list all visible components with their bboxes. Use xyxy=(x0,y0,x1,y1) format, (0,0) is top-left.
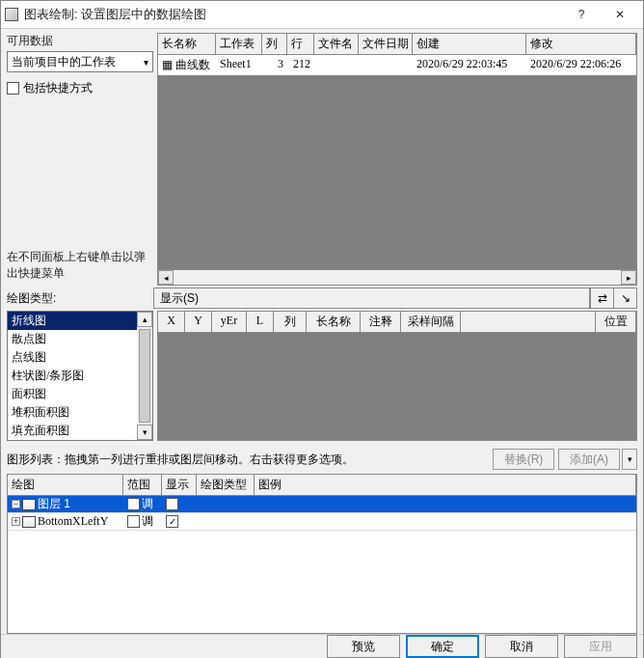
col-modified[interactable]: 修改 xyxy=(526,34,636,54)
layer-row[interactable]: + BottomXLeftY 调 ✓ xyxy=(8,513,636,531)
list-item[interactable]: 散点图 xyxy=(8,330,152,348)
scroll-left-icon[interactable]: ◂ xyxy=(158,270,174,285)
app-icon xyxy=(5,8,18,21)
range-checkbox[interactable] xyxy=(127,498,140,510)
worksheet-select-value: 当前项目中的工作表 xyxy=(12,54,116,70)
range-checkbox[interactable] xyxy=(127,515,140,528)
available-data-label: 可用数据 xyxy=(7,33,153,49)
replace-button: 替换(R) xyxy=(493,449,554,470)
layer-icon xyxy=(22,516,36,528)
col-longname[interactable]: 长名称 xyxy=(158,34,216,54)
col-show[interactable]: 显示 xyxy=(162,475,197,495)
scroll-down-icon[interactable]: ▾ xyxy=(137,425,152,440)
chevron-down-icon: ▾ xyxy=(144,57,148,68)
col-x[interactable]: X xyxy=(158,312,185,332)
row-icon: ▦ xyxy=(162,58,173,71)
graph-list-tip: 图形列表：拖拽第一列进行重排或图层间移动。右击获得更多选项。 xyxy=(7,452,489,468)
collapse-icon[interactable]: − xyxy=(12,500,20,508)
worksheet-select[interactable]: 当前项目中的工作表 ▾ xyxy=(7,51,153,72)
close-button[interactable]: ✕ xyxy=(601,1,639,28)
list-item[interactable]: 柱状图/条形图 xyxy=(8,367,152,385)
rightclick-tip: 在不同面板上右键单击以弹 出快捷菜单 xyxy=(7,249,149,286)
plottype-label: 绘图类型: xyxy=(7,290,56,307)
dialog-window: 图表绘制: 设置图层中的数据绘图 ? ✕ 可用数据 当前项目中的工作表 ▾ 包括… xyxy=(0,0,644,658)
col-sheet[interactable]: 工作表 xyxy=(216,34,262,54)
plot-type-list[interactable]: 折线图 散点图 点线图 柱状图/条形图 面积图 堆积面积图 填充面积图 ▴ ▾ xyxy=(7,311,153,441)
col-plottype[interactable]: 绘图类型 xyxy=(197,475,255,495)
col-yer[interactable]: yEr xyxy=(212,312,247,332)
col-y[interactable]: Y xyxy=(185,312,212,332)
scroll-right-icon[interactable]: ▸ xyxy=(621,270,636,285)
layer-grid[interactable]: 绘图 范围 显示 绘图类型 图例 − 图层 1 调 ✓ + xyxy=(7,474,637,634)
col-note[interactable]: 注释 xyxy=(361,312,401,332)
add-button: 添加(A) xyxy=(558,449,620,470)
show-checkbox[interactable]: ✓ xyxy=(166,515,178,528)
cancel-button[interactable]: 取消 xyxy=(485,635,558,658)
titlebar: 图表绘制: 设置图层中的数据绘图 ? ✕ xyxy=(1,1,643,29)
scroll-up-icon[interactable]: ▴ xyxy=(137,312,152,327)
col-filedate[interactable]: 文件日期 xyxy=(359,34,413,54)
col-col2[interactable]: 列 xyxy=(274,312,307,332)
table-row[interactable]: ▦ 曲线数 Sheet1 3 212 2020/6/29 22:03:45 20… xyxy=(158,55,636,75)
checkbox-icon xyxy=(7,82,19,95)
expand-icon[interactable]: ↘ xyxy=(613,288,636,308)
v-scrollbar[interactable]: ▴ ▾ xyxy=(137,312,152,440)
include-shortcut-checkbox[interactable]: 包括快捷方式 xyxy=(7,80,153,96)
layer-icon xyxy=(22,499,36,510)
list-item[interactable]: 面积图 xyxy=(8,385,152,403)
expand-icon[interactable]: + xyxy=(12,517,20,526)
layer-row[interactable]: − 图层 1 调 ✓ xyxy=(8,496,636,513)
list-item[interactable]: 填充面积图 xyxy=(8,422,152,440)
list-item[interactable]: 堆积面积图 xyxy=(8,403,152,422)
list-item[interactable]: 点线图 xyxy=(8,348,152,367)
col-legend[interactable]: 图例 xyxy=(255,475,636,495)
list-item[interactable]: 折线图 xyxy=(8,312,152,330)
ok-button[interactable]: 确定 xyxy=(406,635,479,658)
col-l[interactable]: L xyxy=(247,312,274,332)
col-sample[interactable]: 采样间隔 xyxy=(401,312,461,332)
help-button[interactable]: ? xyxy=(562,1,601,28)
col-created[interactable]: 创建 xyxy=(413,34,526,54)
col-col[interactable]: 列 xyxy=(262,34,287,54)
show-button[interactable]: 显示(S) xyxy=(154,288,590,308)
apply-button: 应用 xyxy=(564,635,637,658)
col-plot[interactable]: 绘图 xyxy=(8,475,123,495)
column-grid[interactable]: X Y yEr L 列 长名称 注释 采样间隔 位置 xyxy=(157,311,637,441)
preview-button[interactable]: 预览 xyxy=(327,635,400,658)
col-range[interactable]: 范围 xyxy=(123,475,162,495)
add-dropdown-icon[interactable]: ▾ xyxy=(622,449,637,470)
col-pos[interactable]: 位置 xyxy=(596,312,636,332)
col-filename[interactable]: 文件名 xyxy=(314,34,359,54)
data-table[interactable]: 长名称 工作表 列 行 文件名 文件日期 创建 修改 ▦ 曲线数 Sheet1 … xyxy=(157,33,637,286)
show-checkbox[interactable]: ✓ xyxy=(166,498,178,510)
include-shortcut-label: 包括快捷方式 xyxy=(23,80,93,96)
swap-icon[interactable]: ⇄ xyxy=(590,288,613,308)
window-title: 图表绘制: 设置图层中的数据绘图 xyxy=(24,6,562,23)
col-longname2[interactable]: 长名称 xyxy=(307,312,361,332)
col-row[interactable]: 行 xyxy=(287,34,314,54)
content-area: 可用数据 当前项目中的工作表 ▾ 包括快捷方式 在不同面板上右键单击以弹 出快捷… xyxy=(1,29,643,634)
button-bar: 预览 确定 取消 应用 xyxy=(1,634,643,658)
h-scrollbar[interactable]: ◂ ▸ xyxy=(158,269,636,285)
